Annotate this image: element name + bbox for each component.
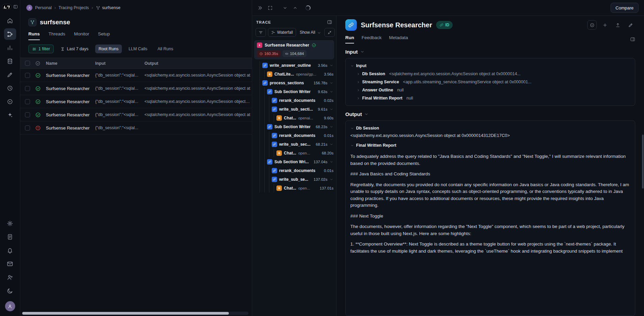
playground-button[interactable] <box>587 20 597 30</box>
trace-span-row[interactable]: write_sub_sec... 68.21s <box>254 140 334 149</box>
input-field-row[interactable]: Streaming Service<app.utils.streaming_se… <box>350 78 630 86</box>
chevron-down-icon[interactable] <box>329 177 333 181</box>
tab-threads[interactable]: Threads <box>49 31 65 40</box>
detail-panel-toggle-icon[interactable] <box>630 37 635 42</box>
trace-span-row[interactable]: Chat... open... 68.20s <box>254 149 334 157</box>
sidebar-item-docs[interactable] <box>4 231 16 242</box>
share-button[interactable] <box>613 20 622 30</box>
horizontal-scrollbar[interactable] <box>22 312 248 315</box>
trace-span-row[interactable]: rerank_documents 0.01s <box>254 166 334 175</box>
chevron-down-icon[interactable] <box>329 81 333 85</box>
sidebar-item-notifications[interactable] <box>4 245 16 256</box>
tab-monitor[interactable]: Monitor <box>74 31 89 40</box>
user-avatar[interactable] <box>5 301 15 311</box>
filter-chip[interactable]: 1 filter <box>28 45 54 53</box>
waterfall-button[interactable]: Waterfall <box>268 28 296 37</box>
run-id-badge[interactable]: ID <box>436 21 453 29</box>
compare-button[interactable]: Compare <box>611 3 639 13</box>
sidebar-item-deployments[interactable] <box>4 109 16 121</box>
breadcrumb-project[interactable]: surfsense <box>96 5 120 10</box>
breadcrumb-personal[interactable]: Personal <box>35 5 52 10</box>
input-root-row[interactable]: Input <box>350 62 630 70</box>
run-row[interactable]: Surfsense Researcher {"db_session":"<sql… <box>20 82 252 95</box>
row-checkbox[interactable] <box>25 73 30 78</box>
chevron-down-icon[interactable] <box>329 125 333 129</box>
chevron-down-icon[interactable] <box>329 142 333 146</box>
input-field-row[interactable]: Final Written Reportnull <box>350 94 630 102</box>
span-name: write_sub_sec... <box>279 142 311 147</box>
run-row[interactable]: Surfsense Researcher {"db_session":"<sql… <box>20 121 252 135</box>
chevron-down-icon[interactable] <box>329 90 333 94</box>
sidebar-item-tracing[interactable] <box>4 28 16 40</box>
run-row[interactable]: Surfsense Researcher {"db_session":"<sql… <box>20 108 252 121</box>
langsmith-logo[interactable] <box>2 4 11 9</box>
fullscreen-icon[interactable] <box>268 5 273 10</box>
sidebar-item-datasets[interactable] <box>4 55 16 67</box>
row-checkbox[interactable] <box>25 125 30 131</box>
input-field-row[interactable]: Answer Outlinenull <box>350 86 630 94</box>
trace-span-row[interactable]: write_sub_secti... 9.61s <box>254 105 334 114</box>
trace-span-row[interactable]: Sub Section Wri... 137.04s <box>254 157 334 166</box>
trace-span-row[interactable]: Sub Section Writer 68.23s <box>254 122 334 131</box>
run-row[interactable]: Surfsense Researcher {"db_session":"<sql… <box>20 95 252 108</box>
trace-span-row[interactable]: ChatLite... openai/gp... 3.56s <box>254 70 334 79</box>
span-duration: 68.21s <box>316 142 327 146</box>
trace-span-row[interactable]: write_answer_outline 3.56s <box>254 61 334 70</box>
sidebar-item-home[interactable] <box>4 15 16 26</box>
row-checkbox[interactable] <box>25 99 30 104</box>
sidebar-item-settings[interactable] <box>4 218 16 229</box>
date-range-chip[interactable]: Last 7 days <box>57 45 92 53</box>
select-all-checkbox[interactable] <box>25 61 30 66</box>
tab-run[interactable]: Run <box>345 35 354 44</box>
sidebar-item-dashboards[interactable] <box>4 42 16 53</box>
sidebar-item-playground[interactable] <box>4 96 16 107</box>
sidebar-toggle-icon[interactable] <box>13 4 18 9</box>
tab-feedback[interactable]: Feedback <box>361 35 381 44</box>
trace-span-row[interactable]: Chat... openai... 9.60s <box>254 114 334 122</box>
trace-span-row[interactable]: rerank_documents 0.01s <box>254 131 334 140</box>
breadcrumb-tracing-projects[interactable]: Tracing Projects <box>59 5 89 10</box>
status-column-icon[interactable] <box>35 61 41 66</box>
run-row[interactable]: Surfsense Researcher {"db_session":"<sql… <box>20 69 252 82</box>
chevron-down-icon[interactable] <box>329 63 333 67</box>
tab-setup[interactable]: Setup <box>98 31 110 40</box>
sidebar-item-history[interactable] <box>4 82 16 94</box>
trace-span-row[interactable]: Sub Section Writer 9.63s <box>254 87 334 96</box>
trace-span-row[interactable]: rerank_documents 0.02s <box>254 96 334 105</box>
row-checkbox[interactable] <box>25 86 30 91</box>
vertical-scrollbar-thumb[interactable] <box>642 135 644 189</box>
output-db-session-row[interactable]: Db Session <box>350 124 630 132</box>
output-section-heading[interactable]: Output <box>345 111 635 117</box>
trace-panel-toggle-icon[interactable] <box>327 20 332 25</box>
output-report-row[interactable]: Final Written Report <box>350 141 630 149</box>
collapse-side-panel-icon[interactable] <box>258 5 263 10</box>
input-field-row[interactable]: Db Session<sqlalchemy.ext.asyncio.sessio… <box>350 70 630 78</box>
segment-all-runs[interactable]: All Runs <box>154 45 177 53</box>
annotate-button[interactable] <box>626 20 635 30</box>
add-to-dataset-button[interactable] <box>600 20 610 30</box>
span-duration: 3.56s <box>318 63 327 67</box>
previous-run-icon[interactable] <box>293 5 298 10</box>
sidebar-item-annotations[interactable] <box>4 69 16 80</box>
chevron-down-icon[interactable] <box>329 107 333 111</box>
show-all-dropdown[interactable]: Show All <box>298 28 322 37</box>
tab-metadata[interactable]: Metadata <box>389 35 408 44</box>
trace-span-row[interactable]: write_sub_se... 137.02s <box>254 175 334 184</box>
segment-llm-calls[interactable]: LLM Calls <box>125 45 151 53</box>
input-section-heading[interactable]: Input <box>345 49 635 55</box>
trace-root-row[interactable]: Surfsense Researcher 160.35s 104,684 <box>254 40 334 59</box>
trace-span-row[interactable]: Chat... open... 137.01s <box>254 184 334 193</box>
segment-root-runs[interactable]: Root Runs <box>95 45 122 53</box>
row-checkbox[interactable] <box>25 112 30 117</box>
trace-filter-button[interactable] <box>256 28 266 37</box>
next-run-icon[interactable] <box>283 5 288 10</box>
sidebar-item-invite[interactable] <box>4 271 16 283</box>
trace-span-row[interactable]: process_sections 156.78s <box>254 79 334 87</box>
sidebar-item-mail[interactable] <box>4 258 16 269</box>
sidebar-item-theme[interactable] <box>4 285 16 296</box>
chevron-down-icon[interactable] <box>329 160 333 164</box>
horizontal-scrollbar-thumb[interactable] <box>22 312 229 315</box>
report-paragraph: To adequately address the query related … <box>350 153 630 167</box>
collapse-all-button[interactable] <box>324 28 335 37</box>
tab-runs[interactable]: Runs <box>28 31 40 40</box>
